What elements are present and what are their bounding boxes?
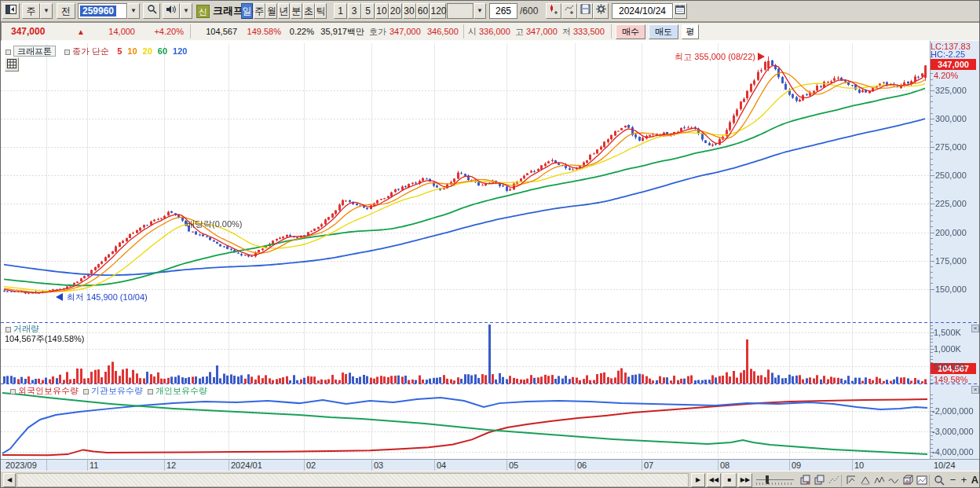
extra-interval-combo[interactable] xyxy=(447,3,474,19)
window-icon xyxy=(5,5,16,14)
ma-120-legend: 120 xyxy=(173,46,187,56)
ma-10-legend: 10 xyxy=(127,46,137,56)
close-ownership-pane-button[interactable]: × xyxy=(971,386,979,394)
low-arrow-icon xyxy=(56,293,63,303)
x-axis-label: 07 xyxy=(644,460,653,470)
forward-button[interactable]: ▶▶ xyxy=(738,473,752,487)
current-volume-ratio-label: 149.58% xyxy=(934,375,967,384)
low-price: 333,500 xyxy=(573,26,605,38)
window-select-button[interactable] xyxy=(2,3,20,19)
buy-button[interactable]: 매수 xyxy=(616,24,645,39)
x-axis-label: 05 xyxy=(509,460,518,470)
price-axis-label: 200,000 xyxy=(935,228,967,237)
period-combo-dropdown-icon[interactable]: ▼ xyxy=(40,3,53,19)
zoom-tool-button[interactable] xyxy=(932,474,945,487)
ownership-axis-label: -2,000,000 xyxy=(932,406,974,416)
legend-chip-icon[interactable] xyxy=(148,389,153,394)
chart-image-button[interactable] xyxy=(915,474,928,487)
scroll-left-button[interactable]: ◀ xyxy=(3,473,16,487)
search-icon xyxy=(147,4,157,14)
sound-dropdown-icon[interactable]: ▼ xyxy=(180,3,192,19)
interval-button-10[interactable]: 10 xyxy=(375,3,389,19)
stop-button[interactable]: ■ xyxy=(722,473,737,487)
interval-button-60[interactable]: 60 xyxy=(416,3,430,19)
tab-일[interactable]: 일 xyxy=(241,3,253,19)
divider xyxy=(841,475,842,486)
legend-chip-icon[interactable] xyxy=(64,50,70,55)
interval-button-30[interactable]: 30 xyxy=(403,3,416,19)
chart-scrollbar-track[interactable] xyxy=(16,473,689,487)
bar-count-input[interactable]: 265 xyxy=(489,3,517,19)
bid-price: 346,500 xyxy=(427,26,459,38)
wave-tool-button[interactable] xyxy=(887,474,900,487)
chart-region: 크래프톤 종가 단순 5102060120 최고 355,000 (08/22)… xyxy=(1,41,980,471)
legend-chip-icon[interactable] xyxy=(83,389,89,394)
add-candle-tool-button[interactable] xyxy=(546,3,561,19)
extra-interval-dropdown-icon[interactable]: ▼ xyxy=(474,3,486,19)
avg-button[interactable]: 평 xyxy=(682,24,699,39)
zigzag-tool-button[interactable] xyxy=(872,474,886,487)
legend-chip-icon[interactable] xyxy=(5,50,11,55)
trendline-mode-button[interactable] xyxy=(827,474,840,487)
up-triangle-icon: ▲ xyxy=(77,26,85,38)
x-axis-tick xyxy=(789,460,790,471)
turnover-pct: 0.22% xyxy=(286,26,314,38)
text-tool-button[interactable]: A xyxy=(968,474,980,487)
grid-toggle-button[interactable] xyxy=(5,57,19,72)
close-volume-pane-button[interactable]: × xyxy=(971,325,979,332)
save-chart-button[interactable] xyxy=(577,3,593,19)
x-axis-tick xyxy=(506,460,507,471)
trade-value: 35,917백만 xyxy=(319,26,364,38)
x-axis-label: 2023/09 xyxy=(5,460,37,470)
tab-틱[interactable]: 틱 xyxy=(315,3,327,19)
legend-chip-icon[interactable] xyxy=(10,389,16,394)
x-axis-label: 2024/01 xyxy=(231,460,262,470)
hoga-label: 호가 xyxy=(369,26,386,38)
interval-button-3[interactable]: 3 xyxy=(348,3,361,19)
interval-button-120[interactable]: 120 xyxy=(430,3,446,19)
price-axis-label: 275,000 xyxy=(935,142,967,152)
tab-년[interactable]: 년 xyxy=(278,3,290,19)
speed-slider-track[interactable] xyxy=(756,479,794,480)
ma-period-legend: 5102060120 xyxy=(112,46,187,56)
period-combo-value[interactable]: 주 xyxy=(22,3,40,19)
candle-add-icon xyxy=(549,4,559,14)
x-axis-label: 04 xyxy=(437,460,446,470)
divider xyxy=(929,475,930,486)
tab-초[interactable]: 초 xyxy=(303,3,315,19)
price-change: 14,000 xyxy=(94,26,135,38)
rewind-button[interactable]: ◀◀ xyxy=(707,473,721,487)
stock-code-dropdown-icon[interactable]: ▼ xyxy=(127,3,140,19)
tab-주[interactable]: 주 xyxy=(254,3,265,19)
cascade-windows-button[interactable] xyxy=(813,474,826,487)
chart-settings-button[interactable] xyxy=(593,3,609,19)
volume-cube-button[interactable] xyxy=(901,474,914,487)
crosshair-tool-button[interactable] xyxy=(844,474,858,487)
x-axis-tick xyxy=(87,460,88,471)
interval-button-5[interactable]: 5 xyxy=(361,3,375,19)
save-icon xyxy=(580,4,591,14)
add-line-tool-button[interactable] xyxy=(561,3,577,19)
tab-월[interactable]: 월 xyxy=(265,3,277,19)
sell-button[interactable]: 매도 xyxy=(649,24,678,39)
stock-code-input[interactable]: 259960 xyxy=(78,3,127,19)
x-axis-label: 03 xyxy=(374,460,383,470)
previous-stock-button[interactable]: 전 xyxy=(57,3,75,19)
sound-button[interactable] xyxy=(163,3,180,19)
interval-button-20[interactable]: 20 xyxy=(389,3,402,19)
price-axis-label: 300,000 xyxy=(935,114,967,123)
stock-search-button[interactable] xyxy=(143,3,160,19)
play-button[interactable]: ▶ xyxy=(691,473,705,487)
legend-chip-icon[interactable] xyxy=(5,327,11,332)
date-input[interactable]: 2024/10/24 xyxy=(612,3,673,19)
price-axis-label: 175,000 xyxy=(935,256,967,266)
new-listing-badge: 신 xyxy=(196,5,210,18)
x-axis-label: 09 xyxy=(792,460,801,470)
interval-button-1[interactable]: 1 xyxy=(334,3,347,19)
compare-chart-add-button[interactable] xyxy=(799,474,812,487)
tab-분[interactable]: 분 xyxy=(291,3,302,19)
quote-bar: 347,000 ▲ 14,000 +4.20% 104,567 149.58% … xyxy=(1,22,980,41)
peak-tool-button[interactable] xyxy=(858,474,872,487)
calendar-button[interactable] xyxy=(673,3,687,19)
divider xyxy=(190,24,191,39)
